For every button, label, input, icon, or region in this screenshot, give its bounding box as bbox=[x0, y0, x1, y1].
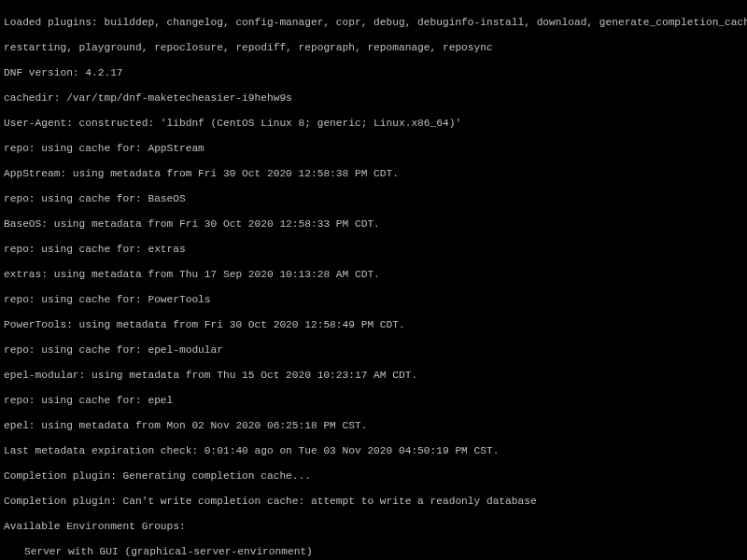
output-line: repo: using cache for: AppStream bbox=[4, 143, 747, 156]
output-line: repo: using cache for: PowerTools bbox=[4, 294, 747, 307]
output-line: Completion plugin: Generating completion… bbox=[4, 470, 747, 483]
output-line: Completion plugin: Can't write completio… bbox=[4, 496, 747, 509]
output-line: repo: using cache for: epel-modular bbox=[4, 344, 747, 357]
output-line: cachedir: /var/tmp/dnf-maketecheasier-i9… bbox=[4, 92, 747, 105]
output-line: repo: using cache for: epel bbox=[4, 395, 747, 408]
output-line: epel: using metadata from Mon 02 Nov 202… bbox=[4, 420, 747, 433]
output-line: Last metadata expiration check: 0:01:40 … bbox=[4, 445, 747, 458]
output-line: AppStream: using metadata from Fri 30 Oc… bbox=[4, 168, 747, 181]
output-line: User-Agent: constructed: 'libdnf (CentOS… bbox=[4, 118, 747, 131]
output-line: extras: using metadata from Thu 17 Sep 2… bbox=[4, 269, 747, 282]
output-line: restarting, playground, repoclosure, rep… bbox=[4, 42, 747, 55]
output-line: Loaded plugins: builddep, changelog, con… bbox=[4, 17, 747, 30]
output-line: PowerTools: using metadata from Fri 30 O… bbox=[4, 319, 747, 332]
section-header: Available Environment Groups: bbox=[4, 521, 747, 534]
group-item: Server with GUI (graphical-server-enviro… bbox=[4, 546, 747, 559]
output-line: BaseOS: using metadata from Fri 30 Oct 2… bbox=[4, 218, 747, 231]
output-line: DNF version: 4.2.17 bbox=[4, 67, 747, 80]
output-line: repo: using cache for: extras bbox=[4, 244, 747, 257]
output-line: epel-modular: using metadata from Thu 15… bbox=[4, 370, 747, 383]
output-line: repo: using cache for: BaseOS bbox=[4, 193, 747, 206]
terminal-output[interactable]: Loaded plugins: builddep, changelog, con… bbox=[0, 0, 747, 560]
